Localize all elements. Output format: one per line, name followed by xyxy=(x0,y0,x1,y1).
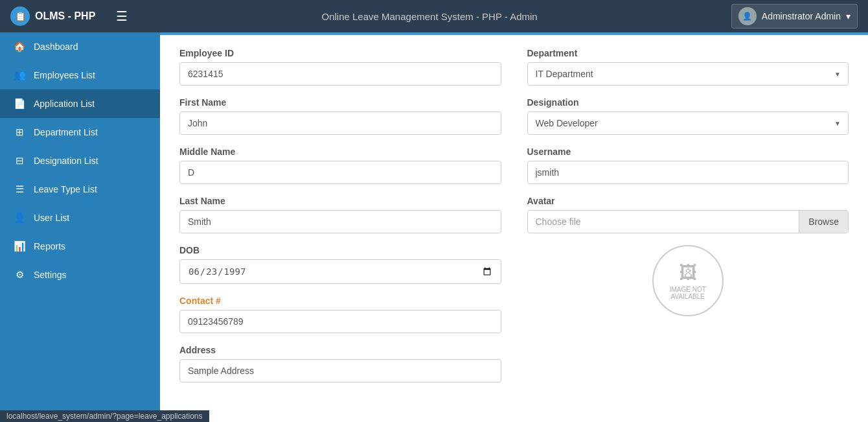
designation-group: Designation Web Developer Software Engin… xyxy=(527,97,849,135)
first-name-group: First Name xyxy=(179,97,501,135)
user-avatar: 👤 xyxy=(738,7,757,25)
sidebar-item-dashboard[interactable]: 🏠 Dashboard xyxy=(0,32,160,61)
designation-select-wrap: Web Developer Software Engineer Manager … xyxy=(527,111,849,135)
contact-group: Contact # xyxy=(179,296,501,333)
user-dropdown-icon: ▾ xyxy=(846,11,851,21)
sidebar-item-employees-list[interactable]: 👥 Employees List xyxy=(0,61,160,89)
middle-name-input[interactable] xyxy=(179,161,501,184)
sidebar-item-department-list[interactable]: ⊞ Department List xyxy=(0,118,160,147)
sidebar-item-application-list[interactable]: 📄 Application List xyxy=(0,89,160,118)
username-group: Username xyxy=(527,147,849,184)
last-name-input[interactable] xyxy=(179,210,501,233)
address-input[interactable] xyxy=(179,359,501,382)
application-list-label: Application List xyxy=(34,99,95,109)
middle-name-label: Middle Name xyxy=(179,147,501,157)
user-menu[interactable]: 👤 Adminstrator Admin ▾ xyxy=(731,4,858,29)
form-right-column: Department IT Department HR Department F… xyxy=(527,48,849,394)
reports-icon: 📊 xyxy=(13,240,26,253)
reports-label: Reports xyxy=(34,241,65,252)
username-label: Username xyxy=(527,147,849,157)
main-content: Employee ID First Name Middle Name Last … xyxy=(160,32,868,422)
last-name-label: Last Name xyxy=(179,196,501,206)
settings-icon: ⚙ xyxy=(13,268,26,281)
navbar: 📋 OLMS - PHP ☰ Online Leave Management S… xyxy=(0,0,868,32)
address-label: Address xyxy=(179,345,501,355)
user-list-label: User List xyxy=(34,213,69,223)
first-name-input[interactable] xyxy=(179,111,501,135)
sidebar: 🏠 Dashboard 👥 Employees List 📄 Applicati… xyxy=(0,32,160,422)
brand-label: OLMS - PHP xyxy=(35,10,95,22)
employees-list-label: Employees List xyxy=(34,70,95,80)
contact-input[interactable] xyxy=(179,310,501,333)
avatar-group: Avatar Choose file Browse xyxy=(527,196,849,233)
application-list-icon: 📄 xyxy=(13,97,26,110)
file-browse-button[interactable]: Browse xyxy=(799,211,848,233)
sidebar-item-reports[interactable]: 📊 Reports xyxy=(0,232,160,261)
department-select[interactable]: IT Department HR Department Finance Oper… xyxy=(527,62,849,86)
department-select-wrap: IT Department HR Department Finance Oper… xyxy=(527,62,849,86)
designation-label: Designation xyxy=(527,97,849,108)
employee-id-group: Employee ID xyxy=(179,48,501,86)
settings-label: Settings xyxy=(34,270,67,280)
dob-group: DOB xyxy=(179,245,501,284)
image-placeholder: 🖼 IMAGE NOT AVAILABLE xyxy=(652,245,724,316)
sidebar-item-settings[interactable]: ⚙ Settings xyxy=(0,261,160,289)
navbar-title: Online Leave Management System - PHP - A… xyxy=(138,11,720,22)
first-name-label: First Name xyxy=(179,97,501,108)
leave-type-list-label: Leave Type List xyxy=(34,184,97,194)
user-list-icon: 👤 xyxy=(13,211,26,224)
dob-label: DOB xyxy=(179,245,501,255)
employee-id-input[interactable] xyxy=(179,62,501,86)
brand-icon: 📋 xyxy=(10,6,30,26)
body-wrap: 🏠 Dashboard 👥 Employees List 📄 Applicati… xyxy=(0,32,868,422)
username-input[interactable] xyxy=(527,161,849,184)
address-group: Address xyxy=(179,345,501,382)
file-input-wrap: Choose file Browse xyxy=(527,210,849,233)
sidebar-item-leave-type-list[interactable]: ☰ Leave Type List xyxy=(0,175,160,204)
leave-type-list-icon: ☰ xyxy=(13,183,26,196)
designation-list-icon: ⊟ xyxy=(13,154,26,167)
file-choose-text: Choose file xyxy=(528,211,799,233)
navbar-toggler[interactable]: ☰ xyxy=(116,8,128,24)
status-bar: localhost/leave_system/admin/?page=leave… xyxy=(0,410,209,422)
designation-list-label: Designation List xyxy=(34,156,98,166)
user-label: Adminstrator Admin xyxy=(762,11,841,21)
department-list-icon: ⊞ xyxy=(13,126,26,139)
department-group: Department IT Department HR Department F… xyxy=(527,48,849,86)
dashboard-label: Dashboard xyxy=(34,41,78,52)
employee-id-label: Employee ID xyxy=(179,48,501,58)
department-label: Department xyxy=(527,48,849,58)
middle-name-group: Middle Name xyxy=(179,147,501,184)
brand: 📋 OLMS - PHP xyxy=(10,6,95,26)
form-left-column: Employee ID First Name Middle Name Last … xyxy=(179,48,501,394)
sidebar-item-designation-list[interactable]: ⊟ Designation List xyxy=(0,147,160,175)
employees-list-icon: 👥 xyxy=(13,69,26,82)
contact-label: Contact # xyxy=(179,296,501,306)
sidebar-item-user-list[interactable]: 👤 User List xyxy=(0,204,160,232)
last-name-group: Last Name xyxy=(179,196,501,233)
avatar-label: Avatar xyxy=(527,196,849,206)
dashboard-icon: 🏠 xyxy=(13,40,26,53)
dob-input[interactable] xyxy=(179,259,501,284)
designation-select[interactable]: Web Developer Software Engineer Manager … xyxy=(527,111,849,135)
image-not-available-text: IMAGE NOT AVAILABLE xyxy=(670,286,706,300)
status-url: localhost/leave_system/admin/?page=leave… xyxy=(6,412,203,421)
image-placeholder-icon: 🖼 xyxy=(679,262,697,283)
employee-form: Employee ID First Name Middle Name Last … xyxy=(179,48,849,394)
department-list-label: Department List xyxy=(34,127,98,137)
